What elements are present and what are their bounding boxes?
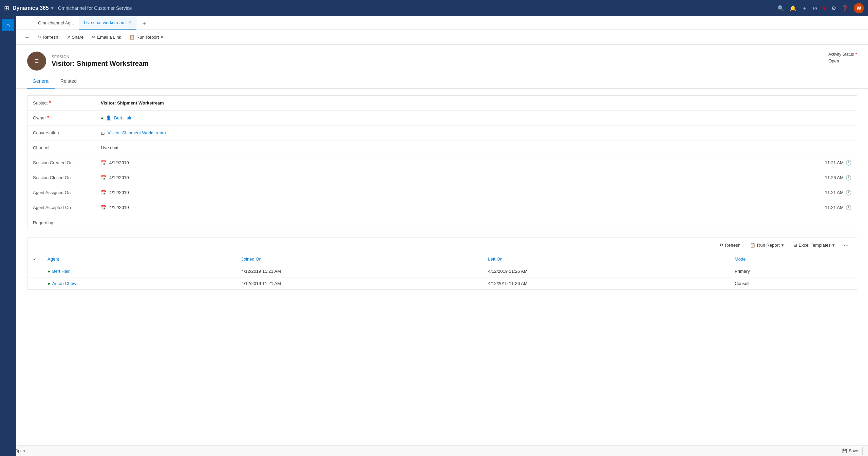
regarding-value[interactable]: --- [95, 217, 857, 229]
notification-icon[interactable]: 🔔 [790, 5, 796, 12]
form-row-agent-assigned: Agent Assigned On 📅 4/12/2019 11:21 AM 🕐 [27, 185, 857, 200]
agent-assigned-time-text: 11:21 AM [825, 190, 844, 195]
help-nav-icon[interactable]: ❓ [842, 5, 848, 12]
agent-assigned-clock-icon: 🕐 [846, 190, 851, 195]
regarding-value-text: --- [101, 220, 105, 225]
tab-live-chat[interactable]: Live chat workstream ✕ [79, 16, 136, 30]
session-closed-date: 4/12/2019 [109, 175, 129, 180]
report-icon: 📋 [129, 35, 135, 40]
run-report-button[interactable]: 📋 Run Report ▾ [126, 33, 166, 41]
back-button[interactable]: ← [22, 33, 33, 42]
email-label: Email a Link [97, 35, 121, 40]
col-left-on[interactable]: Left On [483, 253, 729, 265]
agent-accepted-cal-icon: 📅 [101, 205, 107, 210]
more-options-icon[interactable]: ··· [841, 240, 851, 250]
activity-status-dot: * [855, 52, 857, 57]
content-wrapper: Omnichannel Ag... Live chat workstream ✕… [16, 16, 868, 456]
row1-mode: Primary [729, 265, 857, 278]
sub-run-report-label: Run Report [757, 243, 779, 248]
save-button[interactable]: 💾 Save [838, 447, 863, 455]
form-section-main: Subject * Visitor: Shipment Workstream O… [27, 95, 857, 230]
email-icon: ✉ [92, 35, 95, 40]
row1-agent[interactable]: ● Bert Hair [42, 265, 236, 278]
save-label: Save [849, 449, 858, 453]
activity-status-value: Open [828, 58, 857, 63]
share-button[interactable]: ↗ Share [63, 33, 87, 41]
subject-label-text: Subject [33, 100, 48, 106]
session-closed-time: 11:26 AM 🕐 [825, 175, 851, 180]
top-nav: ⊞ Dynamics 365 ▾ Omnichannel for Custome… [0, 0, 868, 16]
table-row: ● Bert Hair 4/12/2019 11:21 AM 4/12/2019… [27, 265, 857, 278]
row2-agent-name[interactable]: ● Anton Chew [48, 281, 231, 286]
sidebar-home-icon[interactable]: ⌂ [2, 19, 14, 31]
agent-accepted-label-text: Agent Accepted On [33, 205, 71, 210]
session-icon-symbol: ≡ [35, 57, 39, 65]
user-avatar[interactable]: W [854, 3, 864, 13]
col-check[interactable]: ✓ [27, 253, 42, 265]
conversation-icon: ⊡ [101, 130, 105, 136]
session-header: ≡ SESSION Visitor: Shipment Workstream A… [16, 45, 868, 74]
row1-check[interactable] [27, 265, 42, 278]
owner-required: * [47, 115, 49, 121]
row2-check[interactable] [27, 278, 42, 290]
grid-icon[interactable]: ⊞ [4, 4, 9, 12]
refresh-icon: ↻ [37, 35, 41, 40]
agent-assigned-label-text: Agent Assigned On [33, 190, 71, 195]
row2-left-on: 4/12/2019 11:26 AM [483, 278, 729, 290]
col-mode[interactable]: Mode [729, 253, 857, 265]
sub-refresh-button[interactable]: ↻ Refresh [716, 241, 744, 249]
main-content: ≡ SESSION Visitor: Shipment Workstream A… [16, 45, 868, 456]
col-mode-label: Mode [735, 256, 746, 262]
agent-accepted-time-text: 11:21 AM [825, 205, 844, 210]
agent-accepted-date-row: 📅 4/12/2019 [101, 205, 129, 210]
subject-value-text: Visitor: Shipment Workstream [101, 100, 164, 106]
owner-value-text: Bert Hair [114, 115, 131, 120]
add-nav-icon[interactable]: ＋ [802, 5, 807, 12]
session-closed-time-text: 11:26 AM [825, 175, 844, 180]
refresh-label: Refresh [43, 35, 58, 40]
subject-value[interactable]: Visitor: Shipment Workstream [95, 97, 857, 109]
tab-general[interactable]: General [27, 74, 55, 89]
excel-templates-button[interactable]: ⊞ Excel Templates ▾ [790, 241, 838, 249]
share-label: Share [72, 35, 84, 40]
conversation-value[interactable]: ⊡ Visitor: Shipment Workstream [95, 127, 857, 139]
sub-run-report-button[interactable]: 📋 Run Report ▾ [747, 241, 787, 249]
settings-nav-icon[interactable]: ⚙ [831, 5, 836, 12]
session-closed-label-text: Session Closed On [33, 175, 71, 180]
tab-omnichannel[interactable]: Omnichannel Ag... [33, 16, 79, 30]
run-report-label: Run Report [136, 35, 159, 40]
sub-run-report-chevron: ▾ [781, 243, 784, 248]
col-joined-on[interactable]: Joined On [236, 253, 483, 265]
record-nav-icon[interactable]: ● [823, 5, 826, 11]
sub-refresh-icon: ↻ [720, 243, 723, 248]
session-created-label-text: Session Created On [33, 160, 73, 165]
email-link-button[interactable]: ✉ Email a Link [88, 33, 125, 41]
agent-table-section: ↻ Refresh 📋 Run Report ▾ ⊞ Excel Templat… [27, 237, 857, 290]
filter-nav-icon[interactable]: ⊘ [813, 5, 817, 12]
tab-add-button[interactable]: ＋ [136, 16, 152, 30]
row1-agent-name[interactable]: ● Bert Hair [48, 269, 231, 274]
owner-value[interactable]: ● 👤 Bert Hair [95, 112, 857, 124]
regarding-label: Regarding [27, 217, 95, 229]
search-nav-icon[interactable]: 🔍 [777, 5, 784, 12]
session-info: SESSION Visitor: Shipment Workstream [52, 55, 149, 68]
tab-close-icon[interactable]: ✕ [128, 20, 131, 25]
agent-assigned-value[interactable]: 📅 4/12/2019 11:21 AM 🕐 [95, 187, 857, 199]
agent-assigned-date: 4/12/2019 [109, 190, 129, 195]
app-title-text: Dynamics 365 [13, 5, 49, 11]
refresh-button[interactable]: ↻ Refresh [34, 33, 62, 41]
agent-assigned-date-row: 📅 4/12/2019 [101, 190, 129, 195]
session-closed-clock-icon: 🕐 [846, 175, 851, 180]
session-closed-value[interactable]: 📅 4/12/2019 11:26 AM 🕐 [95, 172, 857, 184]
row2-joined-text: 4/12/2019 11:21 AM [242, 281, 281, 286]
tab-live-chat-label: Live chat workstream [84, 20, 126, 25]
owner-label-text: Owner [33, 115, 46, 120]
agent-accepted-time: 11:21 AM 🕐 [825, 205, 851, 210]
row2-agent[interactable]: ● Anton Chew [42, 278, 236, 290]
tab-related[interactable]: Related [55, 74, 82, 89]
agent-table: ✓ Agent ↑ Joined On Left On [27, 253, 857, 289]
agent-accepted-value[interactable]: 📅 4/12/2019 11:21 AM 🕐 [95, 202, 857, 214]
app-subtitle: Omnichannel for Customer Service [58, 5, 132, 11]
session-created-value[interactable]: 📅 4/12/2019 11:21 AM 🕐 [95, 157, 857, 169]
col-agent[interactable]: Agent ↑ [42, 253, 236, 265]
